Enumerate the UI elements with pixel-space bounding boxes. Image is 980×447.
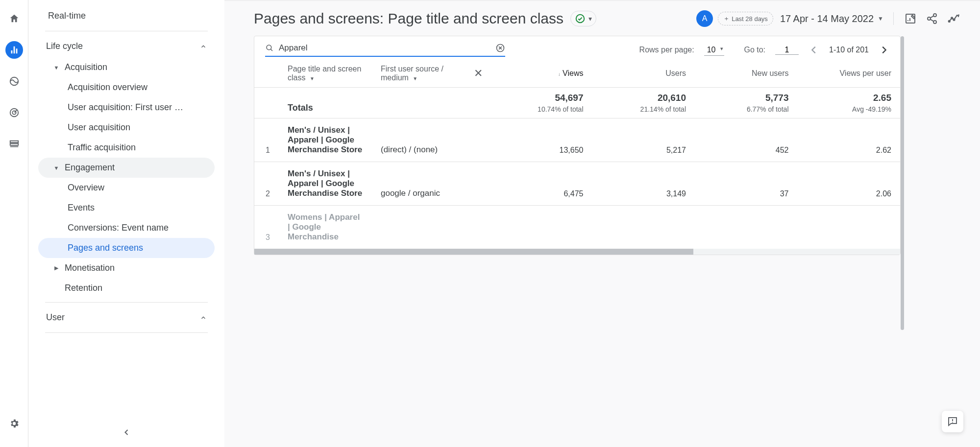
nav-retention[interactable]: Retention — [38, 278, 215, 298]
svg-point-11 — [949, 21, 950, 22]
svg-rect-4 — [10, 143, 18, 145]
feedback-button[interactable] — [942, 411, 963, 432]
svg-point-17 — [952, 422, 953, 423]
horizontal-scrollbar[interactable] — [254, 249, 900, 255]
clear-search-icon[interactable] — [495, 43, 505, 53]
caret-right-icon: ▶ — [53, 265, 60, 271]
insights-icon[interactable] — [948, 12, 960, 25]
page-title: Pages and screens: Page title and screen… — [254, 10, 564, 27]
table-row[interactable]: 1 Men's / Unisex | Apparel | Google Merc… — [254, 118, 900, 162]
search-field[interactable] — [265, 43, 505, 57]
column-header-viewsperuser[interactable]: Views per user — [798, 60, 901, 88]
svg-point-12 — [951, 17, 953, 19]
explore-icon[interactable] — [5, 72, 23, 90]
sidebar-group-monetisation[interactable]: ▶ Monetisation — [38, 258, 215, 278]
svg-point-9 — [928, 17, 931, 20]
remove-dimension-icon[interactable]: ✕ — [474, 67, 483, 79]
chevron-up-icon — [200, 314, 207, 321]
caret-down-icon: ▼ — [53, 165, 60, 171]
column-header-views[interactable]: ↓ Views — [490, 60, 592, 88]
dropdown-caret-icon: ▼ — [878, 15, 883, 22]
svg-point-8 — [933, 14, 936, 17]
search-icon — [265, 44, 274, 52]
sidebar-group-acquisition[interactable]: ▼ Acquisition — [38, 57, 215, 77]
nav-user-acquisition[interactable]: User acquisition — [38, 118, 215, 138]
search-input[interactable] — [279, 43, 490, 53]
segment-avatar[interactable]: A — [696, 10, 713, 27]
share-icon[interactable] — [926, 13, 938, 24]
dropdown-caret-icon: ▾ — [588, 15, 592, 23]
customize-report-icon[interactable] — [905, 13, 916, 24]
column-header-newusers[interactable]: New users — [695, 60, 798, 88]
sidebar: Real-time Life cycle ▼ Acquisition Acqui… — [28, 0, 224, 447]
configure-icon[interactable] — [5, 135, 23, 153]
sidebar-realtime[interactable]: Real-time — [38, 5, 215, 27]
advertising-icon[interactable] — [5, 104, 23, 121]
column-header-dim1[interactable]: Page title and screen class ▼ — [279, 60, 372, 88]
settings-icon[interactable] — [5, 415, 23, 432]
svg-point-14 — [267, 45, 271, 50]
table-row[interactable]: 2 Men's / Unisex | Apparel | Google Merc… — [254, 162, 900, 206]
date-range-picker[interactable]: 17 Apr - 14 May 2022 ▼ — [780, 13, 883, 24]
goto-input[interactable] — [775, 46, 799, 55]
table-toolbar: Rows per page: 10 Go to: 1-10 of 201 — [254, 36, 900, 60]
nav-traffic-acquisition[interactable]: Traffic acquisition — [38, 138, 215, 158]
next-page-icon[interactable] — [879, 45, 889, 55]
goto-label: Go to: — [744, 46, 765, 54]
nav-pages-screens[interactable]: Pages and screens — [38, 238, 215, 258]
collapse-sidebar-icon[interactable] — [122, 427, 131, 437]
sidebar-section-user[interactable]: User — [38, 306, 215, 329]
caret-down-icon: ▼ — [53, 65, 60, 71]
home-icon[interactable] — [5, 10, 23, 27]
add-comparison-button[interactable]: ＋ Last 28 days — [718, 12, 773, 25]
table-row[interactable]: 3 Womens | Apparel | Google Merchandise — [254, 206, 900, 249]
nav-user-acquisition-first[interactable]: User acquisition: First user … — [38, 97, 215, 118]
prev-page-icon[interactable] — [808, 45, 819, 55]
svg-rect-5 — [10, 146, 18, 147]
sidebar-section-label: User — [46, 312, 65, 323]
page-header: Pages and screens: Page title and screen… — [224, 1, 980, 36]
nav-acquisition-overview[interactable]: Acquisition overview — [38, 77, 215, 97]
sidebar-section-lifecycle[interactable]: Life cycle — [38, 35, 215, 57]
rows-per-page-label: Rows per page: — [639, 46, 694, 54]
rows-per-page-select[interactable]: 10 — [704, 45, 725, 56]
plus-icon: ＋ — [723, 14, 730, 23]
reports-icon[interactable] — [5, 41, 23, 59]
nav-engagement-overview[interactable]: Overview — [38, 178, 215, 198]
column-header-dim2[interactable]: First user source / medium ▼ — [372, 60, 465, 88]
check-circle-icon — [575, 13, 586, 24]
svg-rect-3 — [10, 141, 18, 143]
data-table-card: Rows per page: 10 Go to: 1-10 of 201 — [254, 36, 901, 255]
main: Pages and screens: Page title and screen… — [224, 0, 980, 447]
nav-conversions[interactable]: Conversions: Event name — [38, 218, 215, 238]
sidebar-section-label: Life cycle — [46, 41, 83, 51]
chevron-up-icon — [200, 43, 207, 50]
vertical-scrollbar[interactable] — [901, 36, 904, 255]
page-range-text: 1-10 of 201 — [829, 46, 869, 54]
status-pill[interactable]: ▾ — [570, 11, 596, 26]
column-header-users[interactable]: Users — [592, 60, 695, 88]
svg-point-13 — [953, 19, 955, 21]
totals-row: Totals 54,69710.74% of total 20,61021.14… — [254, 88, 900, 118]
sidebar-group-engagement[interactable]: ▼ Engagement — [38, 158, 215, 178]
svg-point-10 — [933, 21, 936, 24]
nav-events[interactable]: Events — [38, 198, 215, 218]
icon-rail — [0, 0, 28, 447]
data-table: Page title and screen class ▼ First user… — [254, 60, 900, 249]
